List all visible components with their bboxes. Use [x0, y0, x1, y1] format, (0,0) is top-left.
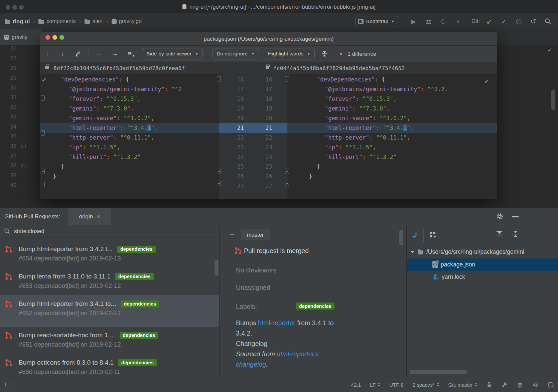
editor-line-number: 31	[0, 92, 17, 102]
edit-icon[interactable]	[70, 51, 86, 57]
breadcrumb-item-components[interactable]: components	[38, 18, 76, 24]
toolwindow-toggle-icon[interactable]	[4, 382, 10, 387]
diff-right-editor[interactable]: "devDependencies": {"@jetbrains/gemini-t…	[287, 74, 497, 199]
next-difference-button[interactable]: ↓	[55, 50, 70, 57]
description-text: .	[266, 361, 268, 368]
balloon-icon[interactable]	[548, 382, 554, 388]
fold-marker-icon[interactable]	[217, 181, 221, 186]
tree-root-path: /Users/go/src/ring-ui/packages/gemini	[426, 248, 524, 255]
panel-settings-gear-icon[interactable]	[496, 213, 504, 220]
run-config-icon	[358, 19, 364, 24]
git-update-icon[interactable]: ↙	[482, 18, 497, 25]
diff-gutter-line-numbers: 2222	[219, 133, 287, 143]
diff-gutter-line-numbers: 2626	[219, 172, 287, 181]
tree-file-yarn-lock[interactable]: yarn.lock	[407, 271, 558, 283]
breadcrumb-item-gravity.go[interactable]: gravity.go	[112, 18, 142, 24]
code-line: }	[40, 172, 219, 181]
select-opened-file-icon[interactable]	[411, 231, 419, 239]
group-by-icon[interactable]	[430, 232, 436, 238]
target-branch-chip[interactable]: master	[241, 229, 270, 240]
fold-marker-icon[interactable]	[41, 95, 45, 101]
tree-file-package-json[interactable]: package.json	[407, 258, 558, 271]
fold-marker-icon[interactable]	[41, 130, 45, 136]
collapse-all-icon[interactable]	[513, 231, 518, 237]
highlight-mode-select[interactable]: Highlight words▼	[264, 48, 315, 59]
search-everywhere-icon[interactable]	[541, 18, 555, 25]
fold-marker-icon[interactable]	[285, 169, 289, 174]
git-commit-icon[interactable]: ✓	[497, 18, 511, 25]
robot-icon[interactable]	[517, 382, 523, 388]
tree-hscrollbar-thumb[interactable]	[410, 370, 467, 374]
editor-scrollbar-thumb[interactable]	[551, 89, 555, 110]
label-badge: dependencies	[118, 359, 157, 366]
more-toolbar-chevrons[interactable]: »	[334, 50, 347, 57]
run-configuration-select[interactable]: Bootstrap▼	[355, 16, 398, 27]
description-link[interactable]: html-reporter	[258, 319, 295, 327]
coverage-button[interactable]	[436, 18, 450, 25]
chevron-expanded-icon[interactable]	[410, 251, 414, 253]
prev-change-button[interactable]: ←	[91, 50, 107, 57]
fold-marker-icon[interactable]	[217, 76, 221, 81]
tab-gravity[interactable]: gravity	[0, 29, 41, 45]
collapse-unchanged-icon[interactable]	[315, 51, 334, 56]
description-link[interactable]: html-reporter's	[277, 350, 318, 358]
tab-origin[interactable]: origin ×	[68, 208, 111, 225]
left-revision-hash: 8df72c8b104f55c6fb453adf5a59dd78c0feea6f	[53, 62, 185, 74]
editor-line-number: 30	[0, 83, 17, 92]
fold-marker-icon[interactable]	[217, 169, 221, 174]
diff-gutter-line-numbers: 1818	[219, 94, 287, 104]
pr-description: Bumps html-reporter from 3.4.1 to3.4.2.C…	[236, 318, 383, 370]
label-badge: dependencies	[117, 246, 156, 253]
tree-root-row[interactable]: /Users/go/src/ring-ui/packages/gemini	[407, 246, 558, 258]
fold-marker-icon[interactable]	[41, 169, 45, 174]
fold-marker-icon[interactable]	[285, 181, 289, 186]
pull-request-row[interactable]: Bump react-sortable-hoc from 1....depend…	[0, 328, 219, 356]
diff-gutter-line-numbers: 2323	[219, 143, 287, 152]
editor-line-number: 37	[0, 151, 17, 161]
pull-request-row[interactable]: Bump octicons from 8.3.0 to 8.4.1depende…	[0, 356, 219, 376]
diff-dialog: package.json (/Users/go/src/ring-ui/pack…	[40, 32, 497, 199]
editor-settings-icon[interactable]: ≡▼	[123, 50, 140, 57]
pull-request-row[interactable]: Bump html-reporter from 3.4.1 to...depen…	[0, 295, 219, 327]
status-item-utf-8[interactable]: UTF-8	[389, 382, 404, 388]
stop-button[interactable]: ■	[450, 19, 465, 24]
updown-arrows-icon	[437, 383, 439, 387]
status-item-lf[interactable]: LF	[370, 382, 381, 388]
diff-left-editor[interactable]: "devDependencies": {"@jetbrains/gemini-t…	[40, 74, 219, 199]
viewer-mode-select[interactable]: Side-by-side viewer▼	[142, 48, 203, 59]
fold-marker-icon[interactable]	[285, 76, 289, 81]
whitespace-policy-select[interactable]: Do not ignore▼	[212, 48, 259, 59]
override-marker-icon[interactable]: ↑	[21, 161, 27, 170]
editor-line-number: 27	[0, 53, 17, 63]
run-button[interactable]: ▶	[406, 18, 421, 25]
gear-icon[interactable]	[532, 382, 539, 388]
pr-search-field[interactable]: state:closed	[0, 225, 219, 237]
wrench-icon[interactable]	[502, 382, 508, 388]
revision-header: 8df72c8b104f55c6fb453adf5a59dd78c0feea6f…	[40, 62, 497, 74]
breadcrumb-item-alert[interactable]: alert	[85, 18, 103, 24]
merge-direction-arrow-icon: →	[229, 230, 235, 237]
breadcrumb-item-ring-ui[interactable]: ring-ui	[5, 18, 30, 25]
description-link[interactable]: changelog	[236, 361, 266, 368]
git-history-icon[interactable]	[511, 18, 526, 25]
code-line: "ip": "^1.1.5",	[40, 143, 219, 152]
fold-marker-icon[interactable]	[41, 182, 45, 187]
expand-all-icon[interactable]	[497, 231, 502, 235]
close-tab-icon[interactable]: ×	[97, 214, 100, 220]
pull-request-row[interactable]: Bump lerna from 3.11.0 to 3.11.1dependen…	[0, 269, 219, 297]
status-item-2-spaces-[interactable]: 2 spaces*	[413, 382, 439, 388]
next-change-button[interactable]: →	[107, 50, 123, 57]
inspection-status-icon[interactable]: ✓	[547, 46, 552, 54]
debug-button[interactable]	[421, 18, 436, 25]
prev-difference-button[interactable]: ↑	[40, 50, 55, 57]
override-marker-icon[interactable]: ↑	[21, 141, 27, 151]
pull-request-row[interactable]: Bump html-reporter from 3.4.2 t...depend…	[0, 242, 219, 269]
hide-panel-icon[interactable]	[512, 216, 519, 217]
status-item-git-master[interactable]: Git: master	[448, 382, 477, 388]
status-item-42-1[interactable]: 42:1	[351, 382, 361, 388]
details-scrollbar-thumb[interactable]	[399, 230, 403, 245]
unlock-icon[interactable]	[486, 381, 493, 388]
diff-gutter-line-numbers: 2020	[219, 114, 287, 123]
list-scrollbar-thumb[interactable]	[215, 260, 219, 276]
git-rollback-icon[interactable]: ↺	[526, 17, 541, 25]
